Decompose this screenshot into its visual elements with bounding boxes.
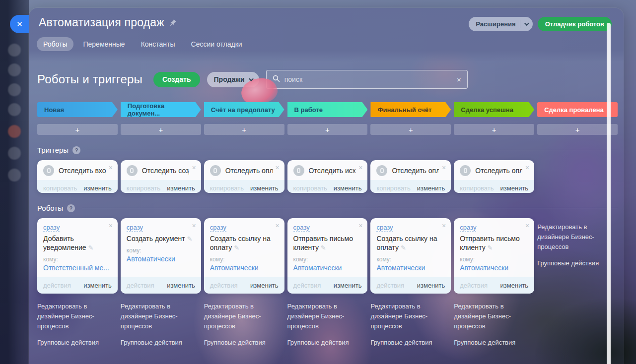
tab-debug-sessions[interactable]: Сессии отладки (185, 37, 249, 51)
extensions-button[interactable]: Расширения (469, 17, 532, 31)
bp-designer-link[interactable]: Редактировать в дизайнере Бизнес-процесс… (204, 302, 279, 331)
pencil-icon[interactable]: ✎ (401, 244, 406, 251)
create-button[interactable]: Создать (153, 72, 200, 87)
edit-button[interactable]: изменить (250, 282, 279, 289)
edit-button[interactable]: изменить (334, 282, 362, 289)
robot-card[interactable]: × сразу Отправить письмо клиенту ✎ кому:… (287, 218, 368, 294)
robot-when-link[interactable]: сразу (376, 224, 393, 232)
delete-icon[interactable]: × (109, 222, 113, 229)
delete-icon[interactable]: × (525, 164, 529, 171)
pencil-icon[interactable]: ✎ (88, 244, 94, 251)
copy-button[interactable]: копировать (460, 184, 494, 192)
stage-prepayment[interactable]: Счёт на предоплату (204, 102, 284, 117)
pencil-icon[interactable]: ✎ (321, 244, 326, 251)
delete-icon[interactable]: × (192, 164, 196, 171)
bp-designer-link[interactable]: Редактировать в дизайнере Бизнес-процесс… (287, 302, 362, 331)
robot-when-link[interactable]: сразу (127, 224, 143, 232)
robot-to-link[interactable]: Ответственный ме... (43, 264, 112, 272)
edit-button[interactable]: изменить (83, 282, 112, 289)
edit-button[interactable]: изменить (500, 184, 529, 192)
trigger-card[interactable]: × Отследить оплат... копировать изменить (454, 160, 534, 193)
stage-lost[interactable]: Сделка провалена (537, 102, 618, 117)
edit-button[interactable]: изменить (167, 282, 195, 289)
edit-button[interactable]: изменить (417, 282, 445, 289)
copy-button[interactable]: копировать (127, 184, 160, 192)
group-actions-link[interactable]: Групповые действия (454, 338, 534, 348)
help-icon[interactable]: ? (72, 146, 80, 154)
robot-card[interactable]: × сразу Создать ссылку на оплату ✎ кому:… (204, 218, 284, 294)
robot-to-link[interactable]: Автоматически (376, 264, 445, 272)
delete-icon[interactable]: × (442, 164, 446, 171)
bp-designer-link[interactable]: Редактировать в дизайнере Бизнес-процесс… (454, 302, 528, 331)
edit-button[interactable]: изменить (334, 184, 362, 192)
copy-button[interactable]: копировать (293, 184, 327, 192)
robot-when-link[interactable]: сразу (210, 224, 226, 232)
robot-card[interactable]: × сразу Отправить письмо клиенту ✎ кому:… (454, 218, 534, 294)
sidebar-app-icon[interactable] (8, 83, 21, 96)
robot-card[interactable]: × сразу Создать документ ✎ кому: Автомат… (121, 218, 201, 294)
actions-button[interactable]: действия (293, 282, 321, 289)
sidebar-app-icon[interactable] (8, 44, 21, 57)
help-icon[interactable]: ? (67, 204, 75, 212)
search-clear-icon[interactable]: × (457, 75, 461, 84)
actions-button[interactable]: действия (460, 282, 488, 289)
edit-button[interactable]: изменить (417, 184, 445, 192)
tab-constants[interactable]: Константы (135, 37, 182, 51)
close-slider-button[interactable]: ✕ (10, 15, 29, 33)
robot-debugger-button[interactable]: Отладчик роботов (538, 17, 612, 31)
stage-in-progress[interactable]: В работе (287, 102, 368, 117)
trigger-card[interactable]: × Отследить созда... копировать изменить (121, 160, 201, 193)
group-actions-link[interactable]: Групповые действия (121, 338, 201, 348)
actions-button[interactable]: действия (376, 282, 404, 289)
actions-button[interactable]: действия (43, 282, 71, 289)
delete-icon[interactable]: × (358, 164, 362, 171)
sidebar-app-icon[interactable] (8, 147, 21, 160)
bp-designer-link[interactable]: Редактировать в дизайнере Бизнес-процесс… (537, 222, 612, 252)
tab-variables[interactable]: Переменные (76, 37, 131, 51)
robot-when-link[interactable]: сразу (293, 224, 310, 232)
robot-when-link[interactable]: сразу (460, 224, 476, 232)
trigger-card[interactable]: × Отследить оплат... копировать изменить (204, 160, 284, 193)
add-button[interactable]: + (204, 124, 284, 135)
add-button[interactable]: + (537, 124, 618, 135)
actions-button[interactable]: действия (210, 282, 238, 289)
trigger-card[interactable]: × Отследить входя... копировать изменить (37, 160, 118, 193)
bp-designer-link[interactable]: Редактировать в дизайнере Бизнес-процесс… (37, 302, 112, 331)
pencil-icon[interactable]: ✎ (187, 235, 192, 243)
delete-icon[interactable]: × (275, 164, 279, 171)
delete-icon[interactable]: × (358, 222, 362, 229)
delete-icon[interactable]: × (192, 222, 196, 229)
add-button[interactable]: + (454, 124, 534, 135)
stage-new[interactable]: Новая (37, 102, 118, 117)
add-button[interactable]: + (37, 124, 118, 135)
robot-to-link[interactable]: Автоматически (460, 264, 528, 272)
stage-won[interactable]: Сделка успешна (454, 102, 534, 117)
delete-icon[interactable]: × (442, 222, 446, 229)
add-button[interactable]: + (121, 124, 201, 135)
group-actions-link[interactable]: Групповые действия (37, 338, 118, 348)
robot-to-link[interactable]: Автоматически (293, 264, 362, 272)
copy-button[interactable]: копировать (43, 184, 77, 192)
edit-button[interactable]: изменить (83, 184, 112, 192)
edit-button[interactable]: изменить (500, 282, 529, 289)
sidebar-app-icon[interactable] (8, 169, 21, 182)
actions-button[interactable]: действия (127, 282, 154, 289)
delete-icon[interactable]: × (525, 222, 529, 229)
pencil-icon[interactable]: ✎ (488, 244, 493, 251)
delete-icon[interactable]: × (109, 164, 113, 171)
group-actions-link[interactable]: Групповые действия (287, 338, 368, 348)
robot-to-link[interactable]: Автоматически (127, 255, 195, 263)
delete-icon[interactable]: × (275, 222, 279, 229)
search-input[interactable] (284, 75, 452, 83)
funnel-select[interactable]: Продажи (207, 72, 259, 87)
stage-docs[interactable]: Подготовка докумен... (121, 102, 201, 117)
bp-designer-link[interactable]: Редактировать в дизайнере Бизнес-процесс… (370, 302, 445, 331)
stage-final-invoice[interactable]: Финальный счёт (370, 102, 451, 117)
edit-button[interactable]: изменить (250, 184, 279, 192)
group-actions-link[interactable]: Групповые действия (204, 338, 284, 348)
copy-button[interactable]: копировать (376, 184, 410, 192)
robot-when-link[interactable]: сразу (43, 224, 60, 232)
tab-robots[interactable]: Роботы (37, 37, 73, 51)
robot-to-link[interactable]: Автоматически (210, 264, 279, 272)
pin-icon[interactable] (169, 19, 177, 26)
